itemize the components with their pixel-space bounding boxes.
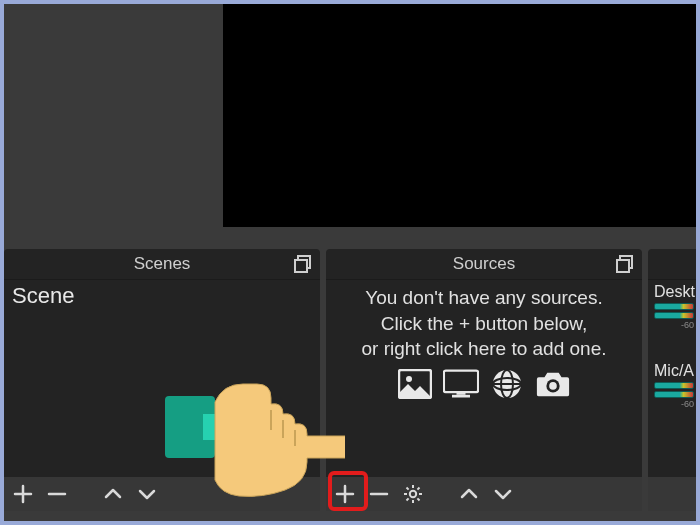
scenes-toolbar <box>4 477 320 511</box>
sources-empty-message: You don't have any sources. Click the + … <box>326 279 642 362</box>
sources-hint-icons <box>326 368 642 400</box>
sources-panel-title: Sources <box>453 254 515 274</box>
svg-line-20 <box>407 488 409 490</box>
scenes-remove-button[interactable] <box>44 481 70 507</box>
preview-canvas <box>223 0 700 227</box>
dock-icon <box>616 255 634 273</box>
dock-icon <box>294 255 312 273</box>
scenes-panel-title: Scenes <box>134 254 191 274</box>
plus-icon <box>335 484 355 504</box>
svg-point-14 <box>549 382 557 390</box>
sources-move-up-button[interactable] <box>456 481 482 507</box>
svg-point-5 <box>406 376 412 382</box>
sources-empty-line1: You don't have any sources. <box>330 285 638 311</box>
mixer-toolbar <box>648 477 700 511</box>
mixer-channel-desktop-meter2 <box>654 312 694 319</box>
sources-panel: Sources You don't have any sources. Clic… <box>326 249 642 511</box>
gear-icon <box>403 484 423 504</box>
minus-icon <box>369 484 389 504</box>
scenes-panel-header: Scenes <box>4 249 320 280</box>
mixer-panel-header <box>648 249 700 280</box>
sources-move-down-button[interactable] <box>490 481 516 507</box>
minus-icon <box>47 484 67 504</box>
mixer-channel-desktop-db: -60 <box>648 319 700 336</box>
mixer-channel-mic-db: -60 <box>648 398 700 415</box>
chevron-up-icon <box>103 484 123 504</box>
mixer-channel-mic-meter2 <box>654 391 694 398</box>
scenes-move-down-button[interactable] <box>134 481 160 507</box>
browser-source-icon <box>489 368 525 400</box>
sources-remove-button[interactable] <box>366 481 392 507</box>
mixer-channel-desktop-label: Deskt <box>648 279 700 303</box>
sources-properties-button[interactable] <box>400 481 426 507</box>
scenes-dock-button[interactable] <box>292 253 314 275</box>
display-source-icon <box>443 368 479 400</box>
svg-line-22 <box>407 498 409 500</box>
svg-line-21 <box>417 498 419 500</box>
sources-empty-line3: or right click here to add one. <box>330 336 638 362</box>
svg-point-15 <box>410 491 416 497</box>
preview-area <box>0 0 700 249</box>
svg-rect-7 <box>457 392 466 395</box>
svg-rect-6 <box>444 370 478 392</box>
svg-rect-8 <box>452 395 470 398</box>
mixer-channel-mic-label: Mic/A <box>648 358 700 382</box>
sources-add-button[interactable] <box>332 481 358 507</box>
chevron-down-icon <box>137 484 157 504</box>
scene-list-item[interactable]: Scene <box>4 279 320 313</box>
scenes-panel: Scenes Scene <box>4 249 320 511</box>
camera-source-icon <box>535 368 571 400</box>
sources-toolbar <box>326 477 642 511</box>
svg-rect-3 <box>617 260 629 272</box>
svg-line-23 <box>417 488 419 490</box>
mixer-channel-desktop-meter <box>654 303 694 310</box>
chevron-down-icon <box>493 484 513 504</box>
sources-list[interactable]: You don't have any sources. Click the + … <box>326 279 642 477</box>
scenes-move-up-button[interactable] <box>100 481 126 507</box>
sources-panel-header: Sources <box>326 249 642 280</box>
docks-row: Scenes Scene <box>0 249 700 525</box>
mixer-channel-mic-meter <box>654 382 694 389</box>
sources-dock-button[interactable] <box>614 253 636 275</box>
plus-icon <box>13 484 33 504</box>
image-source-icon <box>397 368 433 400</box>
chevron-up-icon <box>459 484 479 504</box>
mixer-body: Deskt -60 Mic/A -60 <box>648 279 700 477</box>
audio-mixer-panel: Deskt -60 Mic/A -60 <box>648 249 700 511</box>
scenes-add-button[interactable] <box>10 481 36 507</box>
svg-rect-1 <box>295 260 307 272</box>
sources-empty-line2: Click the + button below, <box>330 311 638 337</box>
scenes-list[interactable]: Scene <box>4 279 320 477</box>
